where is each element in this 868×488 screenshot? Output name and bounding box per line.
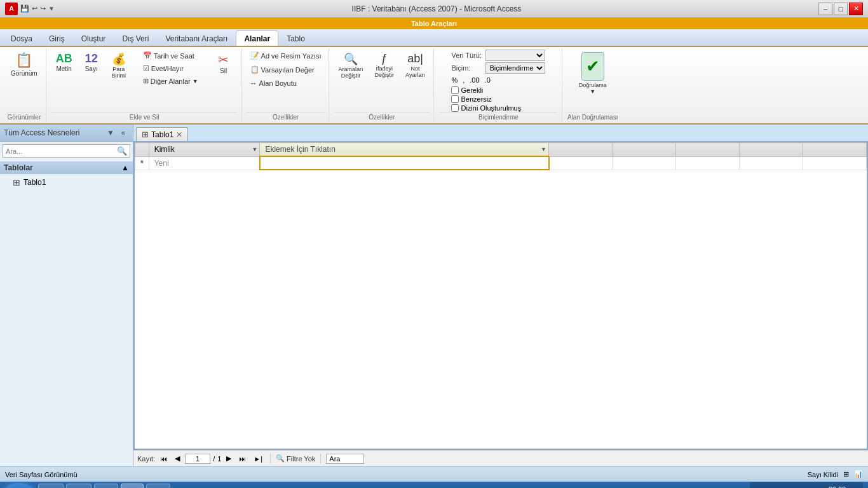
doc-tab-close-btn[interactable]: ✕ (176, 130, 182, 139)
taskbar-word-btn[interactable]: W (146, 484, 170, 488)
dizin-check[interactable]: Dizini Oluşturulmuş (451, 104, 545, 112)
ifade-button[interactable]: ƒ İfadeyiDeğiştir (370, 50, 399, 81)
varsayilan-button[interactable]: 📋 Varsayılan Değer (247, 64, 325, 76)
nav-prev-btn[interactable]: ◀ (172, 453, 182, 464)
add-col-dropdown-icon[interactable]: ▼ (541, 146, 546, 152)
taskbar: ⊞ 📁 🌐 🟠 A W TR ▲ 🔊 🕐 20:08 31.03.2012 ▐ (0, 482, 868, 488)
taskbar-access-btn[interactable]: A (121, 484, 144, 488)
sidebar-close-btn[interactable]: « (118, 127, 129, 139)
sil-button[interactable]: ✂ Sil (210, 50, 238, 77)
quick-save[interactable]: 💾 (20, 4, 29, 13)
col-kimlik[interactable]: Kimlik ▼ (149, 143, 260, 157)
comma-btn[interactable]: , (463, 76, 465, 84)
benzersiz-check[interactable]: Benzersiz (451, 95, 545, 103)
para-button[interactable]: 💰 ParaBirimi (106, 50, 132, 81)
alan-dogrulamasi-label: Alan Doğrulaması (567, 112, 618, 121)
tab-tablo[interactable]: Tablo (278, 30, 313, 46)
alan-button[interactable]: ↔ Alan Boyutu (247, 78, 325, 89)
col-add[interactable]: Eklemek İçin Tıklatın ▼ (260, 143, 549, 157)
benzersiz-checkbox[interactable] (451, 95, 459, 103)
ifade-icon: ƒ (381, 52, 388, 65)
quick-redo[interactable]: ↪ (40, 4, 46, 13)
percent-btn[interactable]: % (451, 76, 458, 84)
tarih-label: Tarih ve Saat (154, 52, 194, 60)
sidebar-collapse-btn[interactable]: ▼ (105, 127, 116, 139)
tab-olustur[interactable]: Oluştur (73, 30, 114, 46)
metin-button[interactable]: AB Metin (51, 50, 77, 75)
metin-label: Metin (56, 65, 71, 72)
varsayilan-label: Varsayılan Değer (261, 66, 315, 74)
nav-divider2 (320, 454, 321, 464)
not-button[interactable]: ab| NotAyarları (401, 50, 430, 81)
veri-turu-select[interactable] (485, 50, 545, 61)
kayit-label: Kayıt: (137, 455, 155, 463)
sidebar: Tüm Access Nesneleri ▼ « 🔍 Tablolar ▲ ⊞ … (0, 125, 133, 466)
nav-current-page[interactable]: 1 (185, 454, 210, 464)
new-row-add-input[interactable] (260, 156, 549, 170)
close-button[interactable]: ✕ (849, 3, 863, 15)
quick-dropdown[interactable]: ▼ (48, 5, 55, 12)
ribbon: 📋 Görünüm Görünümler AB Metin 12 Sayı (0, 47, 868, 125)
sidebar-header: Tüm Access Nesneleri ▼ « (0, 125, 133, 142)
minimize-button[interactable]: – (818, 3, 832, 15)
doc-tab-tablo1[interactable]: ⊞ Tablo1 ✕ (136, 127, 188, 141)
ad-button[interactable]: 📝 Ad ve Resim Yazısı (247, 50, 325, 62)
diger-label: Diğer Alanlar (151, 78, 191, 85)
nav-search-input[interactable] (326, 454, 364, 464)
dec-btn[interactable]: .00 (470, 76, 479, 84)
evet-button[interactable]: ☑ Evet/Hayır (140, 62, 201, 74)
doc-area: ⊞ Tablo1 ✕ Kimlik ▼ Eklemek İçin Tıklatı… (133, 125, 868, 466)
new-row-empty5 (803, 156, 867, 170)
para-label: ParaBirimi (111, 66, 126, 79)
tab-veritabani-araclari[interactable]: Veritabanı Araçları (157, 30, 236, 46)
data-table: Kimlik ▼ Eklemek İçin Tıklatın ▼ (135, 142, 867, 170)
dizin-checkbox[interactable] (451, 104, 459, 112)
bicim-select[interactable]: Biçimlendirme (485, 62, 545, 74)
sidebar-item-tablo1[interactable]: ⊞ Tablo1 (0, 175, 133, 189)
tab-dis-veri[interactable]: Dış Veri (114, 30, 157, 46)
sidebar-section-tablolar[interactable]: Tablolar ▲ (0, 161, 133, 174)
nav-last-btn[interactable]: ⏭ (236, 454, 248, 464)
inc-btn[interactable]: .0 (485, 76, 491, 84)
gerekli-check[interactable]: Gerekli (451, 86, 545, 94)
quick-undo[interactable]: ↩ (32, 4, 37, 13)
nav-next-btn[interactable]: ▶ (224, 453, 234, 464)
sidebar-search-input[interactable] (6, 147, 117, 155)
ifade-label: İfadeyiDeğiştir (375, 65, 395, 78)
dizin-label: Dizini Oluşturulmuş (461, 104, 521, 112)
dogrulama-button[interactable]: ✔ Doğrulama ▼ (574, 50, 611, 97)
tab-dosya[interactable]: Dosya (3, 30, 41, 46)
diger-button[interactable]: ⊞ Diğer Alanlar ▼ (140, 75, 201, 87)
gerekli-checkbox[interactable] (451, 86, 459, 94)
taskbar-chrome-btn[interactable]: 🟠 (94, 484, 118, 488)
doc-tab-title: Tablo1 (151, 130, 173, 139)
aramalar-button[interactable]: 🔍 AramalarıDeğiştir (334, 50, 368, 81)
content-area: Tüm Access Nesneleri ▼ « 🔍 Tablolar ▲ ⊞ … (0, 125, 868, 466)
status-left: Veri Sayfası Görünümü (5, 471, 78, 478)
tab-giris[interactable]: Giriş (41, 30, 73, 46)
nav-add-btn[interactable]: ►| (251, 454, 265, 464)
maximize-button[interactable]: □ (834, 3, 848, 15)
table-row-new: * Yeni (135, 156, 867, 170)
tab-alanlar[interactable]: Alanlar (236, 30, 278, 46)
nav-first-btn[interactable]: ⏮ (158, 454, 170, 464)
start-button[interactable]: ⊞ (3, 483, 36, 488)
tarih-button[interactable]: 📅 Tarih ve Saat (140, 50, 201, 62)
col-empty2 (613, 143, 676, 157)
ribbon-group-alan-dogrulamasi: ✔ Doğrulama ▼ Alan Doğrulaması (564, 48, 621, 122)
ribbon-tab-row: Dosya Giriş Oluştur Dış Veri Veritabanı … (0, 29, 868, 47)
gorunum-icon: 📋 (15, 52, 32, 69)
new-row-empty1 (549, 156, 613, 170)
ifade-label: Özellikler (334, 112, 430, 121)
kimlik-label: Kimlik (154, 145, 175, 154)
sayi-button[interactable]: 12 Sayı (79, 50, 104, 75)
evet-label: Evet/Hayır (151, 65, 184, 72)
taskbar-ie-btn[interactable]: 🌐 (66, 484, 92, 488)
not-icon: ab| (407, 52, 423, 65)
ad-icon: 📝 (250, 51, 259, 60)
gorunum-button[interactable]: 📋 Görünüm (6, 50, 42, 79)
col-empty1 (549, 143, 613, 157)
taskbar-folder-btn[interactable]: 📁 (38, 484, 64, 488)
kimlik-dropdown-icon[interactable]: ▼ (252, 146, 257, 152)
gorunum-label: Görünüm (11, 70, 37, 77)
